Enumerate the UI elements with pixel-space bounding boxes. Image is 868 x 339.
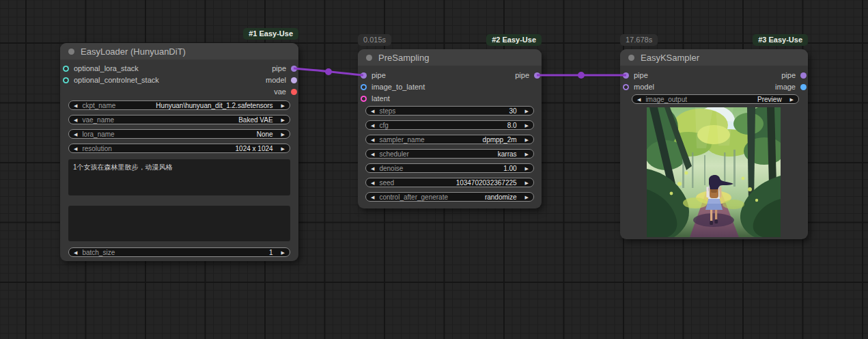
decrement-arrow-icon[interactable]: ◀ bbox=[74, 250, 77, 255]
widget-label: lora_name bbox=[82, 131, 114, 138]
widget-label: batch_size bbox=[82, 249, 115, 256]
widget-label: scheduler bbox=[379, 150, 408, 158]
increment-arrow-icon[interactable]: ▶ bbox=[525, 109, 529, 113]
decrement-arrow-icon[interactable]: ◀ bbox=[371, 123, 374, 128]
input-slot-pipe: pipe bbox=[361, 70, 386, 81]
decrement-arrow-icon[interactable]: ◀ bbox=[371, 152, 374, 157]
widget-batch-size[interactable]: ◀ batch_size 1 ▶ bbox=[68, 247, 290, 257]
increment-arrow-icon[interactable]: ▶ bbox=[525, 166, 529, 171]
widget-seed[interactable]: ◀ seed 1034702032367225 ▶ bbox=[365, 178, 534, 187]
increment-arrow-icon[interactable]: ▶ bbox=[790, 97, 794, 102]
input-port-dot[interactable] bbox=[623, 84, 629, 90]
input-slot-model: model bbox=[623, 81, 654, 92]
widget-control-after-generate[interactable]: ◀ control_after_generate randomize ▶ bbox=[365, 192, 534, 202]
increment-arrow-icon[interactable]: ▶ bbox=[525, 195, 529, 200]
widget-value: karras bbox=[498, 150, 517, 158]
node-order-badge: #1 Easy-Use bbox=[243, 28, 298, 40]
decrement-arrow-icon[interactable]: ◀ bbox=[637, 97, 641, 102]
output-slot-pipe: pipe bbox=[272, 63, 297, 74]
decrement-arrow-icon[interactable]: ◀ bbox=[74, 118, 77, 122]
widget-value: 1 bbox=[269, 249, 273, 256]
increment-arrow-icon[interactable]: ▶ bbox=[525, 180, 529, 185]
widget-lora-name[interactable]: ◀ lora_name None ▶ bbox=[68, 129, 290, 139]
output-port-dot[interactable] bbox=[800, 84, 807, 90]
decrement-arrow-icon[interactable]: ◀ bbox=[74, 146, 77, 151]
port-label: model bbox=[266, 76, 286, 84]
widget-vae-name[interactable]: ◀ vae_name Baked VAE ▶ bbox=[68, 115, 290, 124]
port-label: optional_controlnet_stack bbox=[74, 76, 159, 84]
increment-arrow-icon[interactable]: ▶ bbox=[525, 137, 529, 142]
input-port-dot[interactable] bbox=[361, 72, 367, 79]
decrement-arrow-icon[interactable]: ◀ bbox=[371, 137, 374, 142]
decrement-arrow-icon[interactable]: ◀ bbox=[371, 109, 374, 113]
increment-arrow-icon[interactable]: ▶ bbox=[525, 123, 529, 128]
widget-value: 8.0 bbox=[507, 122, 517, 129]
input-port-dot[interactable] bbox=[361, 84, 367, 90]
input-port-dot[interactable] bbox=[63, 77, 69, 83]
output-slot-vae: vae bbox=[274, 86, 297, 97]
widget-cfg[interactable]: ◀ cfg 8.0 ▶ bbox=[365, 120, 534, 130]
output-port-dot[interactable] bbox=[534, 72, 540, 79]
output-slot-image: image bbox=[775, 81, 807, 92]
widget-value: Hunyuan\hunyuan_dit_1.2.safetensors bbox=[156, 102, 272, 109]
node-title-bar[interactable]: PreSampling bbox=[358, 49, 542, 66]
widget-image-output[interactable]: ◀ image_output Preview ▶ bbox=[632, 94, 799, 104]
widget-label: resolution bbox=[82, 145, 111, 152]
link-midpoint-dot[interactable] bbox=[578, 72, 585, 79]
port-label: model bbox=[634, 83, 654, 91]
increment-arrow-icon[interactable]: ▶ bbox=[525, 152, 529, 157]
node-order-badge: #3 Easy-Use bbox=[753, 34, 808, 46]
decrement-arrow-icon[interactable]: ◀ bbox=[371, 180, 374, 185]
preview-image[interactable] bbox=[647, 107, 781, 237]
widget-value: 1024 x 1024 bbox=[236, 145, 273, 152]
node-order-badge: #2 Easy-Use bbox=[486, 34, 542, 46]
output-port-dot[interactable] bbox=[800, 72, 807, 79]
increment-arrow-icon[interactable]: ▶ bbox=[281, 146, 285, 151]
port-label: image_to_latent bbox=[372, 83, 425, 91]
input-port-dot[interactable] bbox=[623, 72, 629, 79]
widget-steps[interactable]: ◀ steps 30 ▶ bbox=[365, 106, 534, 116]
widget-sampler-name[interactable]: ◀ sampler_name dpmpp_2m ▶ bbox=[365, 135, 534, 144]
node-presampling[interactable]: 0.015s #2 Easy-Use PreSampling pipe imag… bbox=[358, 49, 542, 208]
port-label: vae bbox=[274, 87, 286, 96]
node-title-bar[interactable]: EasyLoader (HunyuanDiT) bbox=[60, 43, 298, 59]
node-title-bar[interactable]: EasyKSampler bbox=[620, 49, 808, 66]
decrement-arrow-icon[interactable]: ◀ bbox=[371, 195, 374, 200]
node-easyloader-hunyuandit[interactable]: #1 Easy-Use EasyLoader (HunyuanDiT) opti… bbox=[60, 43, 298, 261]
forest-girl-artwork bbox=[647, 107, 781, 237]
decrement-arrow-icon[interactable]: ◀ bbox=[371, 166, 374, 171]
node-title: PreSampling bbox=[378, 53, 429, 63]
widget-scheduler[interactable]: ◀ scheduler karras ▶ bbox=[365, 149, 534, 159]
output-port-dot[interactable] bbox=[291, 66, 297, 72]
input-port-dot[interactable] bbox=[361, 96, 367, 102]
widget-denoise[interactable]: ◀ denoise 1.00 ▶ bbox=[365, 163, 534, 173]
node-status-dot-icon bbox=[628, 55, 634, 61]
decrement-arrow-icon[interactable]: ◀ bbox=[74, 132, 77, 137]
increment-arrow-icon[interactable]: ▶ bbox=[281, 103, 285, 108]
port-label: latent bbox=[372, 94, 390, 103]
increment-arrow-icon[interactable]: ▶ bbox=[281, 250, 285, 255]
widget-resolution[interactable]: ◀ resolution 1024 x 1024 ▶ bbox=[68, 144, 290, 153]
widget-value: 1.00 bbox=[503, 165, 516, 172]
widget-value: Preview bbox=[757, 96, 782, 103]
positive-prompt-textarea[interactable]: 1个女孩在森林里散步，动漫风格 bbox=[68, 159, 290, 195]
output-port-dot[interactable] bbox=[291, 89, 297, 95]
widget-label: ckpt_name bbox=[82, 102, 115, 109]
node-easyksampler[interactable]: 17.678s #3 Easy-Use EasyKSampler pipe mo… bbox=[620, 49, 808, 239]
port-label: pipe bbox=[781, 71, 796, 79]
increment-arrow-icon[interactable]: ▶ bbox=[281, 132, 285, 137]
port-label: pipe bbox=[372, 71, 386, 79]
increment-arrow-icon[interactable]: ▶ bbox=[281, 118, 285, 122]
widget-ckpt-name[interactable]: ◀ ckpt_name Hunyuan\hunyuan_dit_1.2.safe… bbox=[68, 100, 290, 110]
node-title: EasyKSampler bbox=[641, 53, 699, 63]
input-port-dot[interactable] bbox=[63, 66, 69, 72]
output-port-dot[interactable] bbox=[291, 77, 297, 83]
decrement-arrow-icon[interactable]: ◀ bbox=[74, 103, 77, 108]
port-label: optional_lora_stack bbox=[74, 64, 139, 72]
link-midpoint-dot[interactable] bbox=[325, 68, 332, 75]
node-timing-badge: 17.678s bbox=[620, 34, 658, 46]
widget-value: randomize bbox=[485, 193, 517, 201]
secondary-prompt-textarea[interactable] bbox=[68, 206, 290, 241]
node-graph-canvas[interactable]: #1 Easy-Use EasyLoader (HunyuanDiT) opti… bbox=[0, 0, 868, 339]
widget-label: cfg bbox=[379, 122, 388, 129]
